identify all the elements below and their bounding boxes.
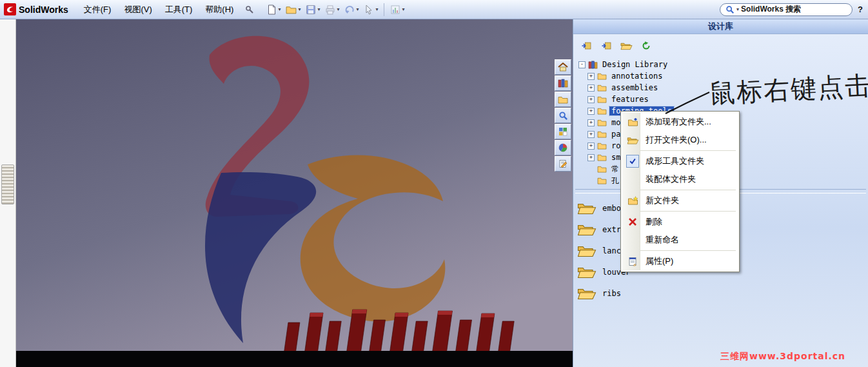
task-pane-title: 设计库 — [573, 19, 868, 34]
add-existing-folder-icon — [627, 117, 638, 126]
tree-expand-icon[interactable]: + — [587, 73, 595, 80]
tree-item-label: assemblies — [609, 83, 660, 92]
help-button[interactable]: ? — [858, 5, 863, 14]
solidworks-app-icon — [4, 3, 16, 15]
context-menu-item-new-folder[interactable]: 新文件夹 — [622, 192, 738, 210]
menu-help[interactable]: 帮助(H) — [199, 1, 240, 18]
menu-tools[interactable]: 工具(T) — [159, 1, 199, 18]
context-menu-item-label: 添加现有文件夹... — [646, 116, 711, 128]
context-menu-item-assembly-folder[interactable]: 装配体文件夹 — [622, 170, 738, 188]
tree-item-label: 常 — [609, 164, 621, 175]
print-button[interactable] — [322, 3, 342, 17]
chart-icon — [390, 5, 400, 15]
context-menu-item-label: 删除 — [646, 216, 662, 228]
sketch-chart-button[interactable] — [388, 3, 407, 17]
design-library-icon — [558, 79, 568, 88]
tree-item-features[interactable]: + features — [578, 94, 868, 105]
graphics-viewport[interactable] — [16, 19, 573, 367]
undo-icon — [344, 5, 355, 15]
menu-separator — [624, 211, 736, 212]
context-menu-item-label: 成形工具文件夹 — [646, 155, 704, 167]
undo-button[interactable] — [342, 3, 361, 17]
add-file-to-library-icon — [601, 41, 612, 50]
properties-icon — [628, 257, 637, 266]
tree-item-design-library[interactable]: - Design Library — [578, 59, 868, 70]
context-menu-item-open-folder[interactable]: 打开文件夹(O)... — [622, 131, 738, 149]
file-explorer-icon — [558, 95, 568, 104]
tree-expand-icon[interactable]: + — [587, 108, 595, 115]
open-folder-icon — [577, 286, 597, 300]
folder-icon — [597, 142, 607, 150]
tab-search[interactable] — [555, 108, 571, 123]
refresh-button[interactable] — [638, 39, 654, 52]
context-menu-item-properties[interactable]: 属性(P) — [622, 252, 738, 270]
context-menu-item-add-existing-folder[interactable]: 添加现有文件夹... — [622, 113, 738, 131]
folder-icon — [597, 165, 607, 173]
tree-item-assemblies[interactable]: + assemblies — [578, 82, 868, 94]
context-menu-item-forming-tools-folder[interactable]: 成形工具文件夹 — [622, 152, 738, 170]
tree-expand-icon[interactable]: + — [587, 154, 595, 161]
tree-collapse-icon[interactable]: - — [578, 61, 586, 68]
new-document-button[interactable] — [264, 3, 283, 17]
tab-file-explorer[interactable] — [555, 92, 571, 107]
tree-expand-icon[interactable]: + — [587, 143, 595, 150]
task-pane-tabs — [555, 59, 573, 172]
custom-properties-icon — [558, 159, 567, 168]
add-file-to-library-button[interactable] — [598, 39, 614, 52]
pin-icon[interactable] — [245, 5, 254, 14]
tree-expand-icon[interactable]: + — [587, 84, 595, 92]
library-folder-ribs[interactable]: ribs — [577, 283, 864, 304]
context-menu-item-label: 重新命名 — [646, 234, 679, 246]
menu-separator — [624, 250, 736, 251]
menu-view[interactable]: 视图(V) — [117, 1, 158, 18]
open-folder-icon — [577, 265, 597, 279]
menu-file[interactable]: 文件(F) — [77, 1, 118, 18]
tree-expand-icon[interactable]: + — [587, 131, 595, 138]
watermark-text: 三维网www.3dportal.cn — [720, 351, 845, 362]
context-menu-item-delete[interactable]: 删除 — [622, 213, 738, 231]
panel-splitter-handle[interactable] — [1, 164, 14, 204]
delete-x-icon — [628, 217, 637, 226]
tree-item-label: Design Library — [600, 60, 669, 69]
folder-icon — [597, 84, 607, 92]
context-menu-item-label: 属性(P) — [646, 255, 673, 267]
search-icon — [725, 5, 735, 14]
splash-artwork — [16, 19, 573, 367]
tab-custom-properties[interactable] — [555, 156, 571, 172]
save-button[interactable] — [303, 3, 322, 17]
add-to-library-button[interactable] — [578, 39, 594, 52]
library-folder-label: ribs — [602, 289, 621, 298]
app-title: SolidWorks — [19, 5, 68, 15]
print-icon — [325, 5, 335, 15]
tab-view-palette[interactable] — [555, 124, 571, 139]
select-button[interactable] — [361, 3, 380, 17]
search-dropdown-icon[interactable]: ▾ — [736, 6, 739, 12]
context-menu-item-label: 装配体文件夹 — [646, 174, 696, 185]
save-icon — [306, 5, 316, 15]
tab-appearances[interactable] — [555, 140, 571, 155]
tab-design-library[interactable] — [555, 75, 571, 91]
tree-expand-icon[interactable]: + — [587, 119, 595, 126]
refresh-icon — [642, 41, 651, 50]
task-pane-title-label: 设计库 — [708, 21, 733, 32]
open-folder-icon — [577, 244, 597, 257]
new-folder-icon — [627, 196, 638, 205]
add-to-library-icon — [581, 41, 592, 50]
open-folder-icon — [577, 201, 597, 215]
tree-item-label: features — [609, 95, 651, 104]
open-folder-icon — [627, 136, 639, 144]
new-document-icon — [267, 5, 277, 15]
search-input[interactable]: SolidWorks 搜索 — [741, 4, 801, 15]
tree-expand-icon[interactable]: + — [587, 96, 595, 103]
tab-solidworks-resources[interactable] — [555, 59, 571, 75]
tree-item-annotations[interactable]: + annotations — [578, 70, 868, 82]
open-button[interactable] — [283, 3, 303, 16]
open-library-folder-button[interactable] — [618, 39, 634, 52]
select-cursor-icon — [364, 5, 374, 15]
folder-icon — [597, 95, 607, 103]
tree-item-label: 孔 — [609, 175, 621, 186]
checkmark-icon — [626, 155, 639, 168]
context-menu-item-rename[interactable]: 重新命名 — [622, 231, 738, 249]
search-box[interactable]: ▾ SolidWorks 搜索 — [720, 3, 853, 16]
toolbar-separator — [384, 3, 384, 16]
